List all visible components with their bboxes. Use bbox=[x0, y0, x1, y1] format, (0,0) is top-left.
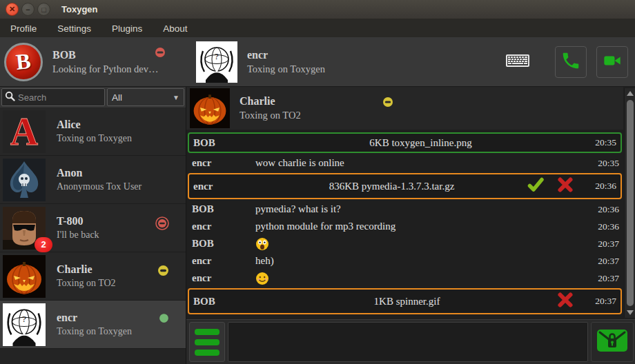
file-transfer-label: 836KB pymedia-1.3.7.3.tar.gz bbox=[257, 181, 527, 192]
file-transfer-label: 1KB spinner.gif bbox=[257, 296, 557, 307]
chat-peer-avatar bbox=[190, 88, 230, 128]
chat-peer-status-message: Toxing on TO2 bbox=[240, 110, 301, 121]
scroll-up-arrow[interactable] bbox=[627, 91, 634, 96]
window-title: Toxygen bbox=[61, 4, 98, 14]
message-row: BOB pymedia? what is it? 20:36 bbox=[186, 201, 623, 218]
message-time: 20:37 bbox=[587, 256, 619, 267]
message-sender: BOB bbox=[193, 137, 257, 149]
menu-plugins[interactable]: Plugins bbox=[101, 19, 153, 37]
minimize-button[interactable]: − bbox=[21, 3, 35, 16]
contact-list: A Alice Toxing on Toxygen Anon Anonymous… bbox=[0, 108, 186, 364]
message-time: 20:37 bbox=[585, 296, 616, 307]
contact-status-message: I'll be back bbox=[57, 230, 99, 241]
message-text bbox=[255, 237, 587, 251]
contact-row-charlie[interactable]: Charlie Toxing on TO2 bbox=[0, 252, 186, 301]
scrollbar-thumb[interactable] bbox=[627, 100, 634, 306]
contact-status-message: Toxing on TO2 bbox=[57, 278, 116, 289]
decline-transfer-button[interactable] bbox=[557, 176, 574, 196]
close-button[interactable]: ✕ bbox=[6, 3, 19, 16]
away-status-icon bbox=[382, 97, 393, 110]
contact-row-alice[interactable]: A Alice Toxing on Toxygen bbox=[0, 108, 186, 156]
contact-status-message: Anonymous Tox User bbox=[57, 181, 141, 192]
message-sender: encr bbox=[192, 272, 255, 284]
message-sender: encr bbox=[192, 221, 255, 232]
message-time: 20:37 bbox=[587, 239, 619, 250]
menu-profile[interactable]: Profile bbox=[0, 19, 47, 37]
message-row: BOB 20:37 bbox=[186, 235, 623, 252]
active-contact-avatar: ? bbox=[196, 41, 237, 83]
video-call-button[interactable] bbox=[596, 46, 628, 78]
alice-avatar: A bbox=[3, 110, 46, 153]
file-transfer-active: BOB 1KB spinner.gif 20:37 bbox=[188, 288, 622, 314]
message-input-row bbox=[186, 320, 635, 364]
menu-bar: Profile Settings Plugins About bbox=[0, 19, 635, 37]
scroll-down-arrow[interactable] bbox=[627, 310, 634, 315]
message-sender: encr bbox=[192, 255, 255, 267]
message-row: encr python module for mp3 recording 20:… bbox=[186, 218, 623, 235]
charlie-avatar bbox=[3, 255, 46, 298]
busy-status-icon[interactable] bbox=[155, 47, 166, 61]
attachments-menu-button[interactable] bbox=[189, 322, 225, 362]
encrypted-envelope-icon bbox=[595, 327, 629, 357]
message-text: heh) bbox=[255, 255, 587, 267]
search-input[interactable] bbox=[18, 92, 101, 103]
messages-scrollbar[interactable] bbox=[624, 88, 635, 318]
contact-filter-dropdown[interactable]: All ▼ bbox=[107, 88, 184, 106]
message-row: encr heh) 20:37 bbox=[186, 252, 623, 270]
maximize-button[interactable]: □ bbox=[37, 3, 50, 16]
online-status-icon bbox=[159, 313, 169, 326]
search-icon bbox=[5, 91, 15, 104]
contact-row-t800[interactable]: 2 T-800 I'll be back bbox=[0, 204, 186, 252]
menu-settings[interactable]: Settings bbox=[47, 19, 101, 37]
typing-keyboard-icon bbox=[505, 52, 530, 72]
svg-text:?: ? bbox=[215, 51, 219, 61]
contact-status-message: Toxing on Toxygen bbox=[57, 133, 132, 144]
send-message-button[interactable] bbox=[591, 322, 634, 362]
file-transfer-pending: encr 836KB pymedia-1.3.7.3.tar.gz 20:36 bbox=[188, 173, 622, 199]
message-text: wow charlie is online bbox=[255, 157, 587, 169]
contact-name: Alice bbox=[57, 119, 132, 131]
video-camera-icon bbox=[601, 51, 623, 73]
anon-avatar bbox=[3, 159, 46, 201]
message-sender: encr bbox=[192, 157, 255, 169]
message-time: 20:36 bbox=[587, 221, 619, 232]
message-sender: BOB bbox=[192, 203, 255, 215]
chat-panel: Charlie Toxing on TO2 BOB 6KB toxygen_in… bbox=[186, 87, 635, 364]
svg-text:A: A bbox=[10, 110, 39, 153]
message-input[interactable] bbox=[228, 322, 588, 362]
contact-name: T-800 bbox=[57, 215, 99, 228]
menu-about[interactable]: About bbox=[153, 19, 197, 37]
message-time: 20:37 bbox=[587, 273, 619, 284]
chat-peer-card: Charlie Toxing on TO2 bbox=[186, 87, 623, 130]
message-area: Charlie Toxing on TO2 BOB 6KB toxygen_in… bbox=[186, 87, 635, 320]
message-text: pymedia? what is it? bbox=[255, 203, 587, 215]
self-avatar[interactable]: B bbox=[4, 43, 43, 81]
active-contact-status-message: Toxing on Toxygen bbox=[247, 63, 325, 75]
cancel-transfer-button[interactable] bbox=[557, 292, 574, 311]
active-contact-name: encr bbox=[247, 49, 325, 61]
contact-row-encr[interactable]: ? encr Toxing on Toxygen bbox=[0, 301, 186, 349]
toxygen-window: ✕ − □ Toxygen Profile Settings Plugins A… bbox=[0, 0, 635, 364]
message-time: 20:35 bbox=[585, 137, 616, 148]
away-status-icon bbox=[157, 265, 169, 279]
message-time: 20:36 bbox=[585, 181, 616, 192]
self-profile[interactable]: B BOB Looking for Python dev… bbox=[0, 37, 186, 86]
title-bar: ✕ − □ Toxygen bbox=[0, 0, 635, 19]
search-box[interactable] bbox=[1, 88, 105, 106]
file-transfer-finished: BOB 6KB toxygen_inline.png 20:35 bbox=[188, 132, 622, 153]
contact-row-anon[interactable]: Anon Anonymous Tox User bbox=[0, 156, 186, 204]
encr-avatar: ? bbox=[3, 303, 46, 346]
accept-transfer-button[interactable] bbox=[527, 176, 545, 196]
svg-text:?: ? bbox=[22, 313, 26, 323]
chat-peer-name: Charlie bbox=[240, 95, 301, 108]
header: B BOB Looking for Python dev… ? encr Tox… bbox=[0, 37, 635, 87]
contact-name: Charlie bbox=[57, 263, 116, 276]
busy-status-icon bbox=[155, 216, 169, 233]
self-name: BOB bbox=[52, 49, 158, 61]
message-time: 20:36 bbox=[587, 204, 619, 215]
message-sender: encr bbox=[193, 181, 257, 192]
phone-icon bbox=[560, 50, 581, 74]
audio-call-button[interactable] bbox=[555, 46, 587, 78]
message-sender: BOB bbox=[192, 238, 255, 250]
message-time: 20:35 bbox=[587, 158, 619, 169]
